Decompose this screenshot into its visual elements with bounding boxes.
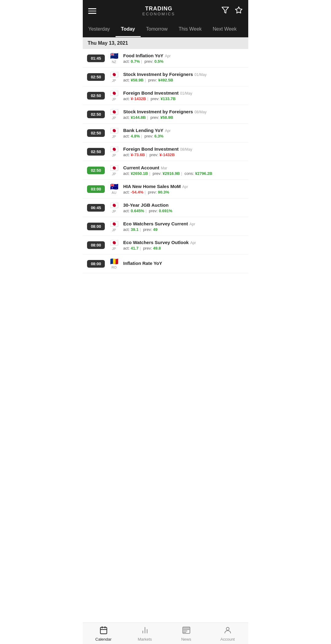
event-title: Stock Investment by Foreigners 01/May [123,72,244,77]
event-title: Inflation Rate YoY [123,261,244,266]
menu-button[interactable] [88,8,96,14]
table-row[interactable]: 02:50🇯🇵JPForeign Bond Investment 01/Maya… [83,86,248,105]
event-values: act: ¥2650.1B| prev: ¥2916.9B| cons: ¥27… [123,171,244,176]
event-time: 08:00 [87,260,105,268]
event-values: act: ¥-1432B| prev: ¥133.7B [123,96,244,101]
date-header: Thu May 13, 2021 [83,37,248,49]
table-row[interactable]: 03:00🇦🇺AUHIA New Home Sales MoM Apract: … [83,180,248,198]
event-values: act: -54.4%| prev: 90.3% [123,190,244,194]
tab-next-week[interactable]: Next Week [207,22,242,37]
event-values: act: 41.7| prev: 49.8 [123,246,244,250]
header-actions [221,6,243,16]
star-icon[interactable] [235,6,243,16]
filter-icon[interactable] [221,6,229,16]
event-time: 02:50 [87,111,105,118]
table-row[interactable]: 02:50🇯🇵JPForeign Bond Investment 08/Maya… [83,142,248,161]
tab-this-week[interactable]: This Week [173,22,207,37]
event-title: Food Inflation YoY Apr [123,53,244,58]
event-title: Stock Investment by Foreigners 08/May [123,109,244,114]
event-info: Food Inflation YoY Apract: 0.7%| prev: 0… [123,53,244,64]
event-flag: 🇯🇵JP [108,109,120,120]
event-info: Stock Investment by Foreigners 01/Mayact… [123,72,244,82]
svg-marker-0 [222,7,229,13]
event-time: 02:50 [87,148,105,156]
tab-today[interactable]: Today [116,22,141,37]
table-row[interactable]: 02:50🇯🇵JPCurrent Account Maract: ¥2650.1… [83,161,248,180]
event-values: act: 4.8%| prev: 6.3% [123,134,244,138]
event-values: act: 39.1| prev: 49 [123,227,244,232]
event-time: 02:50 [87,73,105,81]
event-values: act: ¥58.9B| prev: ¥492.5B [123,78,244,82]
app-logo: TRADING ECONOMICS [142,6,175,16]
event-flag: 🇯🇵JP [108,165,120,176]
event-info: Foreign Bond Investment 01/Mayact: ¥-143… [123,90,244,101]
event-flag: 🇯🇵JP [108,127,120,138]
table-row[interactable]: 02:50🇯🇵JPStock Investment by Foreigners … [83,105,248,124]
event-flag: 🇯🇵JP [108,202,120,213]
event-flag: 🇯🇵JP [108,146,120,157]
table-row[interactable]: 01:45🇳🇿NZFood Inflation YoY Apract: 0.7%… [83,49,248,68]
event-time: 08:00 [87,223,105,230]
event-time: 06:45 [87,204,105,212]
event-flag: 🇦🇺AU [108,183,120,194]
event-info: 30-Year JGB Auctionact: 0.645%| prev: 0.… [123,202,244,213]
event-flag: 🇷🇴RO [108,258,120,269]
event-values: act: ¥144.8B| prev: ¥58.9B [123,115,244,120]
event-info: Eco Watchers Survey Current Apract: 39.1… [123,221,244,232]
event-flag: 🇯🇵JP [108,221,120,232]
event-values: act: 0.7%| prev: 0.5% [123,59,244,64]
event-title: Eco Watchers Survey Current Apr [123,221,244,226]
table-row[interactable]: 08:00🇯🇵JPEco Watchers Survey Outlook Apr… [83,236,248,254]
nav-tabs: Yesterday Today Tomorrow This Week Next … [83,22,248,37]
table-row[interactable]: 02:50🇯🇵JPBank Lending YoY Apract: 4.8%| … [83,124,248,142]
tab-yesterday[interactable]: Yesterday [83,22,116,37]
event-time: 03:00 [87,185,105,193]
event-flag: 🇳🇿NZ [108,53,120,64]
app-header: TRADING ECONOMICS [83,0,248,22]
event-title: Eco Watchers Survey Outlook Apr [123,240,244,245]
event-title: Bank Lending YoY Apr [123,128,244,133]
svg-marker-1 [235,7,242,13]
event-title: 30-Year JGB Auction [123,202,244,208]
event-values: act: 0.645%| prev: 0.691% [123,209,244,213]
logo-economics: ECONOMICS [142,12,175,16]
logo-trading: TRADING [142,6,175,12]
event-title: HIA New Home Sales MoM Apr [123,184,244,189]
event-title: Foreign Bond Investment 01/May [123,90,244,96]
event-title: Foreign Bond Investment 08/May [123,146,244,152]
event-title: Current Account Mar [123,165,244,170]
event-flag: 🇯🇵JP [108,90,120,101]
table-row[interactable]: 02:50🇯🇵JPStock Investment by Foreigners … [83,68,248,86]
event-info: Current Account Maract: ¥2650.1B| prev: … [123,165,244,176]
event-time: 02:50 [87,167,105,174]
event-values: act: ¥-73.6B| prev: ¥-1432B [123,153,244,157]
event-info: Bank Lending YoY Apract: 4.8%| prev: 6.3… [123,128,244,138]
table-row[interactable]: 08:00🇯🇵JPEco Watchers Survey Current Apr… [83,217,248,236]
table-row[interactable]: 06:45🇯🇵JP30-Year JGB Auctionact: 0.645%|… [83,198,248,217]
event-time: 08:00 [87,241,105,249]
event-info: HIA New Home Sales MoM Apract: -54.4%| p… [123,184,244,194]
event-time: 02:50 [87,92,105,100]
tab-tomorrow[interactable]: Tomorrow [141,22,173,37]
event-info: Stock Investment by Foreigners 08/Mayact… [123,109,244,120]
event-info: Eco Watchers Survey Outlook Apract: 41.7… [123,240,244,250]
event-info: Inflation Rate YoY [123,261,244,267]
event-time: 01:45 [87,55,105,62]
event-flag: 🇯🇵JP [108,239,120,250]
table-row[interactable]: 08:00🇷🇴ROInflation Rate YoY [83,254,248,273]
event-flag: 🇯🇵JP [108,71,120,82]
event-time: 02:50 [87,129,105,137]
event-info: Foreign Bond Investment 08/Mayact: ¥-73.… [123,146,244,157]
events-list: 01:45🇳🇿NZFood Inflation YoY Apract: 0.7%… [83,49,248,273]
